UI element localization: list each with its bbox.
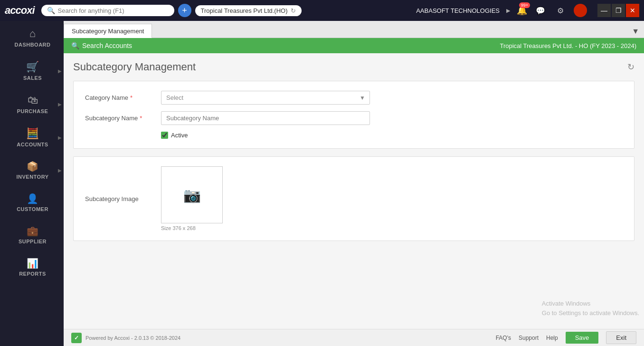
settings-icon[interactable]: ⚙ [554, 4, 567, 17]
help-link[interactable]: Help [546, 335, 558, 341]
subcategory-name-row: Subcategory Name * [85, 111, 623, 125]
sidebar-item-accounts[interactable]: 🧮 ACCOUNTS ▶ [0, 121, 64, 154]
subcategory-name-input[interactable] [161, 111, 370, 125]
close-button[interactable]: ✕ [626, 4, 639, 17]
active-label: Active [171, 132, 188, 139]
category-name-row: Category Name * Select ▼ [85, 91, 623, 105]
sidebar-label-accounts: ACCOUNTS [17, 142, 48, 147]
subcategory-image-label: Subcategory Image [85, 195, 161, 202]
minimize-button[interactable]: — [597, 4, 611, 17]
page-content: Subcategory Management ↻ Category Name *… [64, 53, 644, 329]
search-accounts-icon: 🔍 [71, 42, 79, 49]
active-checkbox-row: Active [85, 132, 623, 139]
chat-icon[interactable]: 💬 [534, 4, 547, 17]
refresh-company-icon[interactable]: ↻ [291, 7, 296, 14]
customer-icon: 👤 [27, 193, 38, 204]
category-name-label: Category Name * [85, 94, 161, 101]
purchase-expand-icon: ▶ [58, 102, 62, 107]
dashboard-icon: ⌂ [29, 28, 36, 40]
company-selector[interactable]: Tropical Treasures Pvt Ltd.(HO) ↻ [195, 5, 302, 16]
save-button[interactable]: Save [566, 332, 599, 344]
topbar-right: AABASOFT TECHNOLOGIES ▶ 🔔 99+ 💬 ⚙ — ❐ ✕ [416, 4, 639, 17]
company-info-header: Tropical Treasures Pvt Ltd. - HO (FY 202… [500, 42, 636, 49]
tab-subcategory-management[interactable]: Subcategory Management [64, 24, 152, 38]
sidebar-label-inventory: INVENTORY [16, 174, 48, 180]
search-icon: 🔍 [47, 7, 55, 14]
search-input[interactable] [58, 7, 162, 14]
sidebar-item-customer[interactable]: 👤 CUSTOMER [0, 186, 64, 219]
active-checkbox-area: Active [161, 132, 188, 139]
page-title-bar: Subcategory Management ↻ [73, 61, 635, 73]
faqs-link[interactable]: FAQ's [496, 335, 511, 341]
active-checkbox[interactable] [161, 132, 168, 139]
purchase-icon: 🛍 [28, 94, 38, 106]
sales-icon: 🛒 [26, 61, 39, 73]
subcategory-image-row: Subcategory Image 📷 Size 376 x 268 [85, 166, 623, 231]
sidebar-label-sales: SALES [23, 75, 42, 81]
sidebar-item-sales[interactable]: 🛒 SALES ▶ [0, 54, 64, 87]
category-name-field: Select ▼ [161, 91, 370, 105]
tab-dropdown-arrow[interactable]: ▼ [627, 25, 644, 38]
exit-button[interactable]: Exit [606, 331, 636, 344]
image-size-text: Size 376 x 268 [161, 225, 223, 231]
content-area: Subcategory Management ▼ 🔍 Search Accoun… [64, 21, 644, 346]
reports-icon: 📊 [27, 258, 38, 269]
footer: ✓ Powered by Accoxi - 2.0.13 © 2018-2024… [64, 329, 644, 346]
notification-area[interactable]: 🔔 99+ [517, 5, 527, 16]
subcategory-name-required: * [140, 115, 142, 122]
accounts-expand-icon: ▶ [58, 135, 62, 140]
green-header: 🔍 Search Accounts Tropical Treasures Pvt… [64, 38, 644, 53]
category-name-required: * [130, 94, 133, 101]
tab-bar: Subcategory Management ▼ [64, 21, 644, 38]
sidebar-item-supplier[interactable]: 💼 SUPPLIER [0, 219, 64, 251]
main-form-section: Category Name * Select ▼ Subcategory Nam… [73, 81, 635, 149]
search-box[interactable]: 🔍 [41, 5, 174, 16]
footer-logo: ✓ [71, 333, 82, 343]
inventory-icon: 📦 [27, 161, 38, 172]
image-upload-container: 📷 Size 376 x 268 [161, 166, 223, 231]
accounts-icon: 🧮 [26, 127, 39, 140]
tab-label: Subcategory Management [72, 28, 144, 35]
sidebar-label-reports: REPORTS [19, 271, 46, 277]
footer-right: FAQ's Support Help Save Exit [496, 331, 636, 344]
company-name-right: AABASOFT TECHNOLOGIES [416, 7, 500, 14]
sidebar-label-customer: CUSTOMER [17, 206, 48, 212]
topbar: accoxi 🔍 + Tropical Treasures Pvt Ltd.(H… [0, 0, 644, 21]
refresh-page-icon[interactable]: ↻ [627, 62, 635, 72]
camera-add-icon: 📷 [183, 187, 201, 203]
inventory-expand-icon: ▶ [58, 168, 62, 173]
selected-company: Tropical Treasures Pvt Ltd.(HO) [201, 7, 288, 14]
sales-expand-icon: ▶ [58, 68, 62, 74]
sidebar-item-inventory[interactable]: 📦 INVENTORY ▶ [0, 154, 64, 186]
app-logo: accoxi [5, 4, 35, 17]
image-form-section: Subcategory Image 📷 Size 376 x 268 [73, 156, 635, 241]
window-controls: — ❐ ✕ [597, 4, 639, 17]
search-accounts-button[interactable]: 🔍 Search Accounts [71, 42, 132, 49]
sidebar-item-purchase[interactable]: 🛍 PURCHASE ▶ [0, 87, 64, 121]
restore-button[interactable]: ❐ [612, 4, 625, 17]
sidebar: ⌂ DASHBOARD 🛒 SALES ▶ 🛍 PURCHASE ▶ 🧮 ACC… [0, 21, 64, 346]
support-link[interactable]: Support [519, 335, 539, 341]
subcategory-name-field [161, 111, 370, 125]
category-name-select[interactable]: Select [161, 91, 370, 105]
notification-badge: 99+ [519, 2, 530, 8]
sidebar-item-dashboard[interactable]: ⌂ DASHBOARD [0, 21, 64, 54]
supplier-icon: 💼 [27, 225, 38, 237]
main-layout: ⌂ DASHBOARD 🛒 SALES ▶ 🛍 PURCHASE ▶ 🧮 ACC… [0, 21, 644, 346]
subcategory-name-label: Subcategory Name * [85, 115, 161, 122]
search-accounts-label: Search Accounts [82, 42, 132, 49]
expand-arrow-icon: ▶ [506, 8, 510, 14]
page-title: Subcategory Management [73, 61, 196, 73]
sidebar-label-supplier: SUPPLIER [19, 239, 47, 244]
footer-left: ✓ Powered by Accoxi - 2.0.13 © 2018-2024 [71, 333, 180, 343]
sidebar-item-reports[interactable]: 📊 REPORTS [0, 251, 64, 283]
sidebar-label-dashboard: DASHBOARD [15, 42, 51, 48]
footer-powered-by: Powered by Accoxi - 2.0.13 © 2018-2024 [85, 335, 180, 341]
image-upload-area[interactable]: 📷 [161, 166, 223, 223]
add-button[interactable]: + [178, 4, 191, 17]
avatar[interactable] [574, 4, 587, 17]
sidebar-label-purchase: PURCHASE [17, 108, 48, 114]
